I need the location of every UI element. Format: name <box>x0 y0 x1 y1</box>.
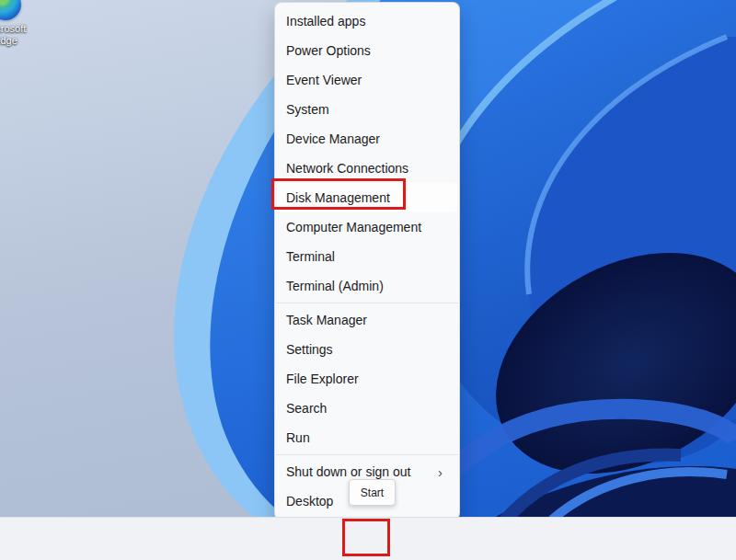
menu-item-label: Shut down or sign out <box>286 464 410 479</box>
menu-item-search[interactable]: Search <box>275 394 459 423</box>
menu-item-disk-management[interactable]: Disk Management <box>277 183 457 212</box>
menu-item-terminal[interactable]: Terminal <box>275 242 459 271</box>
menu-separator <box>276 454 458 455</box>
menu-separator <box>276 303 458 303</box>
menu-item-network-connections[interactable]: Network Connections <box>275 154 459 183</box>
menu-item-terminal-admin[interactable]: Terminal (Admin) <box>275 271 459 301</box>
desktop-shortcut-edge[interactable]: Microsoft Edge <box>0 0 40 47</box>
menu-item-settings[interactable]: Settings <box>275 335 459 364</box>
menu-item-system[interactable]: System <box>275 95 459 124</box>
chevron-right-icon: › <box>438 464 448 480</box>
shortcut-label: Microsoft Edge <box>0 23 26 47</box>
start-tooltip: Start <box>349 479 396 506</box>
menu-item-installed-apps[interactable]: Installed apps <box>275 6 459 36</box>
menu-item-task-manager[interactable]: Task Manager <box>275 305 459 335</box>
winx-context-menu: Installed apps Power Options Event Viewe… <box>274 2 460 520</box>
menu-item-event-viewer[interactable]: Event Viewer <box>275 65 459 95</box>
edge-icon <box>0 0 21 20</box>
menu-item-device-manager[interactable]: Device Manager <box>275 124 459 154</box>
menu-item-file-explorer[interactable]: File Explorer <box>275 364 459 394</box>
taskbar: Search <box>0 517 736 560</box>
menu-item-run[interactable]: Run <box>275 423 459 452</box>
menu-item-power-options[interactable]: Power Options <box>275 36 459 65</box>
menu-item-computer-management[interactable]: Computer Management <box>275 212 459 242</box>
